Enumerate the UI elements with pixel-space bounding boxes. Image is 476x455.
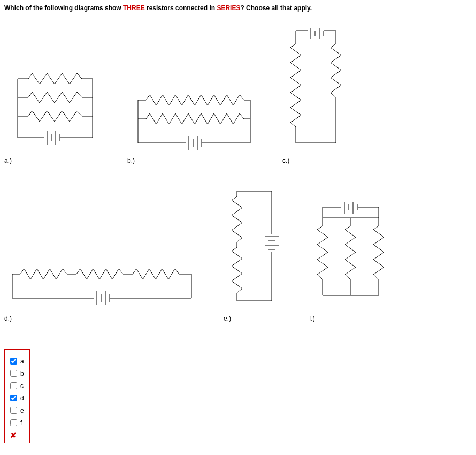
- answer-row-f: f: [8, 418, 24, 428]
- checkbox-b[interactable]: [10, 370, 17, 377]
- diagram-label-e: e.): [224, 315, 288, 322]
- checkbox-c[interactable]: [10, 382, 17, 389]
- question-text: Which of the following diagrams show THR…: [4, 4, 476, 12]
- answer-label-b: b: [20, 370, 24, 377]
- question-pre: Which of the following diagrams show: [4, 4, 123, 12]
- checkbox-d[interactable]: [10, 395, 17, 401]
- diagram-cell-b: b.): [127, 92, 261, 164]
- diagram-cell-d: d.): [4, 266, 202, 322]
- incorrect-icon: ✘: [10, 431, 24, 439]
- diagram-row-1: a.) b.): [4, 28, 476, 164]
- checkbox-e[interactable]: [10, 407, 17, 414]
- answer-label-a: a: [20, 358, 24, 365]
- diagram-label-f: f.): [309, 315, 395, 322]
- diagram-row-2: d.) e.): [4, 186, 476, 322]
- answer-label-e: e: [20, 407, 24, 414]
- diagram-cell-a: a.): [4, 71, 106, 164]
- diagram-label-d: d.): [4, 315, 202, 322]
- diagram-c: [282, 28, 352, 151]
- question-mid: resistors connected in: [145, 4, 217, 12]
- question-post: ? Choose all that apply.: [240, 4, 312, 12]
- answer-label-f: f: [20, 419, 22, 427]
- answer-row-c: c: [8, 381, 24, 391]
- diagram-label-a: a.): [4, 157, 106, 164]
- diagram-cell-f: f.): [309, 202, 395, 322]
- answer-row-b: b: [8, 368, 24, 378]
- answer-label-c: c: [20, 382, 24, 390]
- checkbox-f[interactable]: [10, 419, 17, 426]
- diagram-a: [4, 71, 106, 151]
- diagram-cell-c: c.): [282, 28, 352, 164]
- diagram-label-c: c.): [282, 157, 352, 164]
- diagram-d: [4, 266, 202, 309]
- diagram-e: [224, 186, 288, 309]
- diagram-label-b: b.): [127, 157, 261, 164]
- answer-label-d: d: [20, 395, 24, 402]
- answer-row-e: e: [8, 405, 24, 415]
- answer-row-a: a: [8, 356, 24, 366]
- checkbox-a[interactable]: [10, 358, 17, 365]
- answer-box: a b c d e f ✘: [4, 349, 30, 443]
- diagram-b: [127, 92, 261, 151]
- question-emph-2: SERIES: [217, 4, 240, 12]
- question-emph-1: THREE: [123, 4, 145, 12]
- answer-row-d: d: [8, 393, 24, 403]
- diagram-f: [309, 202, 395, 309]
- diagram-cell-e: e.): [224, 186, 288, 322]
